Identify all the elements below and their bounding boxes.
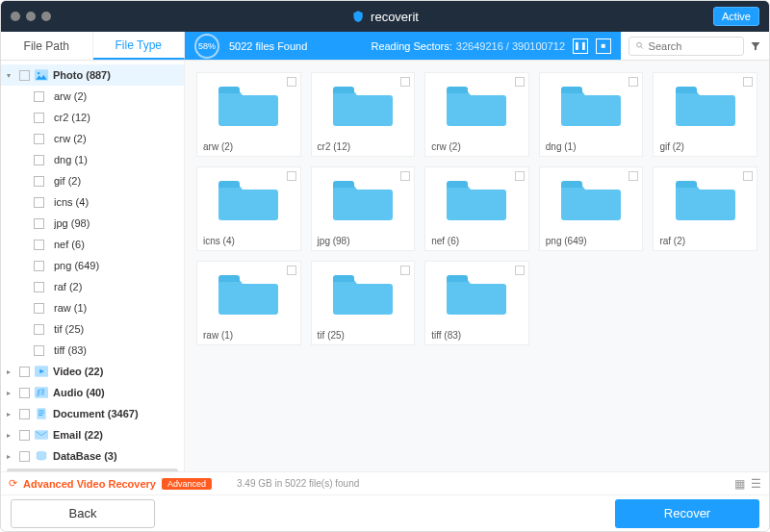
checkbox[interactable]: [400, 77, 410, 87]
svg-rect-10: [35, 430, 48, 439]
checkbox[interactable]: [19, 70, 30, 81]
grid-view-icon[interactable]: ▦: [734, 477, 745, 491]
folder-card[interactable]: icns (4): [196, 166, 301, 251]
tree-label: Document (3467): [53, 408, 139, 419]
tree-child-item[interactable]: raw (1): [1, 297, 184, 318]
checkbox[interactable]: [34, 240, 44, 250]
window-controls[interactable]: [11, 12, 51, 21]
chevron-right-icon[interactable]: ▸: [7, 452, 14, 461]
tab-file-path[interactable]: File Path: [1, 32, 93, 60]
tree-label: arw (2): [54, 90, 87, 102]
tree-child-item[interactable]: raf (2): [1, 276, 184, 297]
pause-button[interactable]: ❚❚: [573, 38, 588, 54]
tree-audio[interactable]: ▸ Audio (40): [1, 382, 184, 403]
checkbox[interactable]: [34, 282, 44, 292]
checkbox[interactable]: [400, 171, 410, 181]
checkbox[interactable]: [515, 77, 525, 87]
tree-database[interactable]: ▸ DataBase (3): [1, 445, 184, 467]
checkbox[interactable]: [34, 155, 44, 165]
checkbox[interactable]: [19, 451, 30, 462]
video-icon: [35, 366, 48, 377]
folder-card[interactable]: tiff (83): [424, 261, 529, 345]
folder-card[interactable]: cr2 (12): [311, 72, 416, 157]
checkbox[interactable]: [629, 171, 638, 181]
checkbox[interactable]: [34, 303, 44, 314]
tree-label: Video (22): [53, 366, 103, 377]
stop-button[interactable]: ■: [596, 38, 611, 54]
scrollbar[interactable]: [7, 469, 178, 471]
folder-card[interactable]: raw (1): [196, 261, 301, 345]
footer: ⟳ Advanced Video Recovery Advanced 3.49 …: [1, 471, 769, 531]
folder-card[interactable]: tif (25): [311, 261, 416, 345]
tree-child-item[interactable]: crw (2): [1, 128, 184, 149]
chevron-right-icon[interactable]: ▸: [7, 431, 14, 440]
recover-button[interactable]: Recover: [615, 499, 759, 528]
tree-photo[interactable]: ▾ Photo (887): [1, 64, 184, 86]
folder-card[interactable]: jpg (98): [311, 166, 416, 251]
search-box[interactable]: [629, 37, 744, 56]
checkbox[interactable]: [34, 91, 44, 102]
card-label: arw (2): [203, 141, 233, 152]
checkbox[interactable]: [34, 218, 44, 229]
tree-document[interactable]: ▸ Document (3467): [1, 403, 184, 424]
tab-file-type[interactable]: File Type: [93, 32, 186, 60]
chevron-right-icon[interactable]: ▸: [7, 389, 14, 397]
tree-label: tif (25): [54, 323, 84, 335]
checkbox[interactable]: [743, 77, 753, 87]
tree-child-item[interactable]: dng (1): [1, 149, 184, 170]
folder-card[interactable]: nef (6): [424, 166, 529, 251]
tree-child-item[interactable]: tiff (83): [1, 340, 184, 361]
folder-card[interactable]: arw (2): [196, 72, 301, 157]
back-button[interactable]: Back: [11, 499, 155, 528]
checkbox[interactable]: [34, 197, 44, 208]
tree-child-item[interactable]: jpg (98): [1, 213, 184, 234]
folder-card[interactable]: raf (2): [653, 166, 757, 251]
checkbox[interactable]: [400, 266, 410, 275]
tree-child-item[interactable]: cr2 (12): [1, 107, 184, 128]
tree-child-item[interactable]: tif (25): [1, 318, 184, 340]
active-button[interactable]: Active: [713, 7, 759, 26]
search-input[interactable]: [649, 40, 737, 52]
checkbox[interactable]: [34, 113, 44, 123]
tree-video[interactable]: ▸ Video (22): [1, 361, 184, 382]
folder-card[interactable]: png (649): [539, 166, 644, 251]
tree-child-item[interactable]: icns (4): [1, 191, 184, 213]
tree-label: icns (4): [54, 196, 89, 208]
checkbox[interactable]: [34, 345, 44, 356]
checkbox[interactable]: [515, 171, 525, 181]
checkbox[interactable]: [515, 266, 525, 275]
database-icon: [35, 450, 48, 462]
checkbox[interactable]: [629, 77, 638, 87]
folder-card[interactable]: gif (2): [653, 72, 757, 157]
reading-sectors-value: 32649216 / 390100712: [456, 40, 565, 52]
checkbox[interactable]: [34, 134, 44, 144]
chevron-down-icon[interactable]: ▾: [7, 71, 14, 80]
filter-icon[interactable]: [750, 40, 761, 52]
checkbox[interactable]: [34, 176, 44, 187]
checkbox[interactable]: [19, 367, 30, 377]
folder-icon: [332, 81, 394, 127]
tree-label: gif (2): [54, 175, 81, 187]
checkbox[interactable]: [19, 409, 30, 419]
folder-card[interactable]: dng (1): [539, 72, 644, 157]
tree-child-item[interactable]: nef (6): [1, 234, 184, 255]
checkbox[interactable]: [287, 266, 296, 275]
checkbox[interactable]: [19, 388, 30, 398]
tree-email[interactable]: ▸ Email (22): [1, 424, 184, 445]
checkbox[interactable]: [287, 171, 296, 181]
titlebar: recoverit Active: [1, 1, 769, 32]
checkbox[interactable]: [743, 171, 753, 181]
tree-child-item[interactable]: png (649): [1, 255, 184, 276]
list-view-icon[interactable]: ☰: [751, 477, 761, 491]
folder-card[interactable]: crw (2): [424, 72, 529, 157]
chevron-right-icon[interactable]: ▸: [7, 410, 14, 418]
tree-child-item[interactable]: gif (2): [1, 170, 184, 191]
advanced-video-recovery-link[interactable]: Advanced Video Recovery: [23, 478, 156, 490]
checkbox[interactable]: [287, 77, 296, 87]
chevron-right-icon[interactable]: ▸: [7, 367, 14, 376]
checkbox[interactable]: [34, 261, 44, 271]
checkbox[interactable]: [34, 324, 44, 335]
tree-label: Email (22): [53, 429, 103, 441]
tree-child-item[interactable]: arw (2): [1, 86, 184, 107]
checkbox[interactable]: [19, 430, 30, 441]
